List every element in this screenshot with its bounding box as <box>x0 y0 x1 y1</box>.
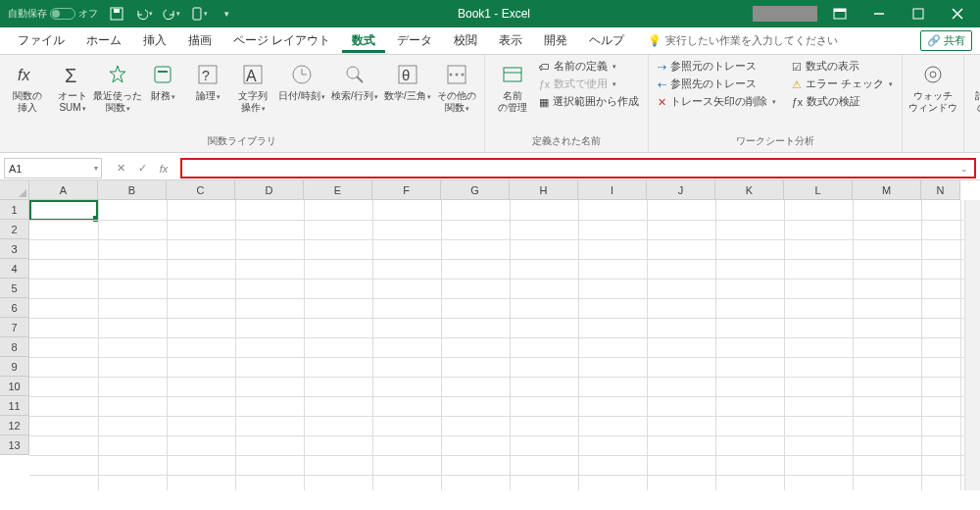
tab-developer[interactable]: 開発 <box>534 28 577 53</box>
column-header-I[interactable]: I <box>578 180 647 200</box>
tab-help[interactable]: ヘルプ <box>579 28 634 53</box>
cancel-formula-icon[interactable]: ✕ <box>114 162 127 175</box>
column-header-E[interactable]: E <box>304 180 372 200</box>
show-formulas-button[interactable]: ☑数式の表示 <box>789 59 896 75</box>
lightbulb-icon: 💡 <box>648 34 662 47</box>
define-name-button[interactable]: 🏷名前の定義 ▾ <box>536 59 642 75</box>
row-header-13[interactable]: 13 <box>0 435 29 455</box>
row-header-6[interactable]: 6 <box>0 298 29 318</box>
enter-formula-icon[interactable]: ✓ <box>135 162 149 175</box>
row-header-10[interactable]: 10 <box>0 377 29 396</box>
grid-icon: ▦ <box>539 96 549 108</box>
column-header-G[interactable]: G <box>441 180 510 200</box>
column-header-J[interactable]: J <box>647 180 715 200</box>
column-header-K[interactable]: K <box>715 180 784 200</box>
tab-review[interactable]: 校閲 <box>444 28 487 53</box>
ribbon-tabs: ファイル ホーム 挿入 描画 ページ レイアウト 数式 データ 校閲 表示 開発… <box>0 27 980 55</box>
worksheet-grid[interactable]: 12345678910111213 <box>0 200 980 490</box>
tell-me-search[interactable]: 💡 実行したい作業を入力してください <box>648 33 838 48</box>
svg-point-30 <box>925 67 941 82</box>
tab-formulas[interactable]: 数式 <box>342 28 385 53</box>
tab-page-layout[interactable]: ページ レイアウト <box>223 28 340 53</box>
svg-rect-11 <box>155 67 171 82</box>
star-icon <box>104 61 131 88</box>
svg-point-25 <box>456 74 459 76</box>
column-header-M[interactable]: M <box>853 180 921 200</box>
row-header-5[interactable]: 5 <box>0 279 29 298</box>
financial-button[interactable]: 財務▾ <box>141 59 184 102</box>
group-names-label: 定義された名前 <box>491 132 642 150</box>
remove-arrows-button[interactable]: ✕トレース矢印の削除 ▾ <box>655 94 779 110</box>
document-title: Book1 - Excel <box>235 7 753 21</box>
trace-precedents-button[interactable]: ⇢参照元のトレース <box>655 59 779 75</box>
name-manager-button[interactable]: 名前 の管理 <box>491 59 534 114</box>
tag-icon: 🏷 <box>539 61 550 73</box>
column-header-C[interactable]: C <box>167 180 235 200</box>
formula-bar[interactable]: ⌄ <box>180 158 976 178</box>
name-box-value: A1 <box>9 163 22 175</box>
column-header-A[interactable]: A <box>29 180 98 200</box>
insert-function-icon[interactable]: fx <box>157 163 171 175</box>
share-button[interactable]: 🔗 共有 <box>920 30 972 51</box>
lookup-button[interactable]: 検索/行列▾ <box>329 59 380 102</box>
tab-file[interactable]: ファイル <box>8 28 74 53</box>
tab-draw[interactable]: 描画 <box>178 28 221 53</box>
tab-view[interactable]: 表示 <box>489 28 532 53</box>
svg-point-26 <box>462 74 465 76</box>
user-account[interactable] <box>753 6 817 22</box>
autosave-toggle[interactable]: 自動保存 オフ <box>8 7 98 21</box>
watch-window-button[interactable]: ウォッチ ウィンドウ <box>908 59 957 114</box>
logical-button[interactable]: ? 論理▾ <box>186 59 229 102</box>
row-header-12[interactable]: 12 <box>0 416 29 435</box>
datetime-button[interactable]: 日付/時刻▾ <box>276 59 327 102</box>
column-header-N[interactable]: N <box>921 180 960 200</box>
ribbon-display-options-icon[interactable] <box>823 0 857 27</box>
row-header-7[interactable]: 7 <box>0 318 29 337</box>
column-header-F[interactable]: F <box>372 180 441 200</box>
math-button[interactable]: θ 数学/三角▾ <box>382 59 433 102</box>
undo-icon[interactable]: ▾ <box>135 5 153 23</box>
chevron-down-icon[interactable]: ▾ <box>94 164 98 173</box>
svg-text:θ: θ <box>402 67 410 83</box>
window-close-icon[interactable] <box>941 0 974 27</box>
row-header-9[interactable]: 9 <box>0 357 29 377</box>
touch-mode-icon[interactable]: ▾ <box>190 5 208 23</box>
row-header-11[interactable]: 11 <box>0 396 29 416</box>
evaluate-icon: ƒx <box>792 96 803 108</box>
row-header-4[interactable]: 4 <box>0 259 29 279</box>
error-check-button[interactable]: ⚠エラー チェック ▾ <box>789 76 896 92</box>
text-button[interactable]: A 文字列 操作▾ <box>231 59 274 114</box>
row-header-2[interactable]: 2 <box>0 220 29 239</box>
evaluate-formula-button[interactable]: ƒx数式の検証 <box>789 94 896 110</box>
group-audit-label: ワークシート分析 <box>655 132 896 150</box>
insert-function-button[interactable]: fx 関数の 挿入 <box>6 59 49 114</box>
tab-home[interactable]: ホーム <box>76 28 131 53</box>
redo-icon[interactable]: ▾ <box>163 5 180 23</box>
row-header-8[interactable]: 8 <box>0 337 29 357</box>
svg-point-31 <box>930 72 936 77</box>
name-box[interactable]: A1 ▾ <box>4 158 102 178</box>
trace-dependents-button[interactable]: ⇠参照先のトレース <box>655 76 779 92</box>
window-minimize-icon[interactable] <box>862 0 896 27</box>
tab-insert[interactable]: 挿入 <box>133 28 176 53</box>
expand-formula-bar-icon[interactable]: ⌄ <box>960 164 968 174</box>
column-header-H[interactable]: H <box>510 180 578 200</box>
svg-text:?: ? <box>202 68 210 83</box>
column-header-B[interactable]: B <box>98 180 167 200</box>
vertical-scrollbar[interactable] <box>964 200 980 490</box>
trace-dep-icon: ⇠ <box>658 78 666 90</box>
more-functions-button[interactable]: その他の 関数▾ <box>435 59 478 114</box>
create-from-selection-button[interactable]: ▦選択範囲から作成 <box>536 94 642 110</box>
autosum-button[interactable]: Σ オート SUM▾ <box>51 59 94 114</box>
select-all-cells[interactable] <box>0 180 29 200</box>
customize-qat-icon[interactable]: ▾ <box>218 5 235 23</box>
recent-functions-button[interactable]: 最近使った 関数▾ <box>96 59 139 114</box>
column-header-D[interactable]: D <box>235 180 304 200</box>
calculation-options-button[interactable]: 計算方法 の設定▾ <box>970 59 980 114</box>
window-maximize-icon[interactable] <box>902 0 935 27</box>
save-icon[interactable] <box>108 5 125 23</box>
row-header-1[interactable]: 1 <box>0 200 29 220</box>
column-header-L[interactable]: L <box>784 180 853 200</box>
row-header-3[interactable]: 3 <box>0 239 29 259</box>
tab-data[interactable]: データ <box>387 28 442 53</box>
